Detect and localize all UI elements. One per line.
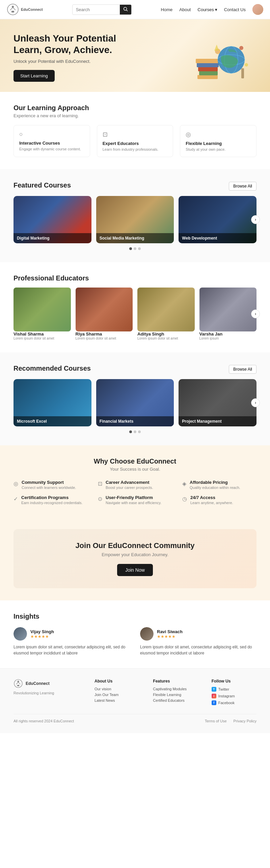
hero-content: Unleash Your PotentialLearn, Grow, Achie… [14, 33, 182, 92]
footer-privacy-link[interactable]: Privacy Policy [234, 719, 256, 723]
footer-logo: EduConnect [14, 679, 81, 688]
recommended-courses-section: Recommended Courses Browse All Microsoft… [0, 352, 270, 445]
insights-grid: Vijay Singh ★★★★★ Lorem ipsum dolor sit … [14, 627, 256, 656]
rec-carousel-dot-2[interactable] [134, 430, 136, 433]
footer-join-our-team[interactable]: Join Our Team [94, 693, 139, 697]
chevron-down-icon: ▾ [215, 7, 217, 12]
educator-card-aditya: Aditya Singh Lorem ipsum dolor sit amet [137, 288, 195, 340]
start-learning-button[interactable]: Start Learning [14, 70, 55, 82]
footer-features-col: Features Captivating Modules Flexible Le… [153, 679, 198, 707]
interactive-courses-title: Interactive Courses [19, 141, 84, 146]
affordable-pricing-title: Affordable Pricing [190, 480, 240, 485]
recommended-courses-next-button[interactable]: › [251, 398, 260, 407]
svg-point-15 [245, 63, 248, 67]
footer-tagline: Revolutionizing Learning [14, 691, 81, 695]
rec-carousel-dot-1[interactable] [129, 430, 132, 433]
footer-logo-name: EduConnect [26, 681, 50, 686]
educator-desc-varsha: Lorem ipsum [199, 337, 257, 340]
why-item-career: ⊡ Career Advancement Boost your career p… [98, 480, 172, 490]
course-card-excel[interactable]: Microsoft Excel [14, 379, 91, 426]
footer-certified-educators[interactable]: Certified Educators [153, 698, 198, 702]
navbar: EduConnect Home About Courses ▾ Contact … [0, 0, 270, 19]
course-card-financial-markets[interactable]: Financial Markets [96, 379, 174, 426]
why-choose-section: Why Choose EduConnect Your Success is ou… [0, 445, 270, 517]
search-input[interactable] [73, 5, 120, 14]
hero-subtitle: Unlock your Potential with EduConnect. [14, 59, 182, 64]
featured-courses-row: Digital Marketing Social Media Marketing… [14, 196, 256, 243]
svg-rect-5 [197, 75, 218, 79]
avatar[interactable] [252, 4, 263, 15]
footer-brand: EduConnect Revolutionizing Learning [14, 679, 81, 707]
educators-section: Professional Educators Vishal Sharma Lor… [0, 262, 270, 352]
community-support-title: Community Support [22, 480, 76, 485]
footer-about-title: About Us [94, 679, 139, 684]
why-choose-grid: ◎ Community Support Connect with learner… [14, 480, 256, 505]
carousel-dot-1[interactable] [129, 247, 132, 250]
community-support-icon: ◎ [14, 480, 18, 487]
career-advancement-title: Career Advancement [106, 480, 153, 485]
user-friendly-icon: ⊙ [98, 496, 102, 502]
approach-card-educators: ⊡ Expert Educators Learn from industry p… [97, 125, 173, 157]
approach-grid: ○ Interactive Courses Engage with dynami… [14, 125, 256, 157]
nav-links: Home About Courses ▾ Contact Us [161, 4, 263, 15]
insights-title: Insights [14, 613, 256, 620]
facebook-label: Facebook [218, 701, 235, 705]
svg-point-3 [124, 7, 127, 10]
svg-rect-6 [199, 71, 218, 75]
approach-card-flexible: ◎ Flexible Learning Study at your own pa… [180, 125, 256, 157]
insight-avatar-ravi [140, 627, 154, 641]
why-choose-subtitle: Your Success is our Goal. [14, 467, 256, 472]
footer-twitter-link[interactable]: T Twitter [212, 687, 256, 692]
featured-browse-all-button[interactable]: Browse All [229, 182, 256, 191]
course-title-financial-markets: Financial Markets [96, 416, 174, 426]
nav-contact[interactable]: Contact Us [224, 7, 246, 12]
footer-terms-link[interactable]: Terms of Use [205, 719, 227, 723]
carousel-dot-3[interactable] [138, 247, 141, 250]
educator-desc-vishal: Lorem ipsum dolor sit amet [14, 337, 71, 340]
why-item-certification: ✓ Certification Programs Earn industry-r… [14, 495, 88, 505]
footer-follow-title: Follow Us [212, 679, 256, 684]
facebook-icon: f [212, 700, 216, 705]
footer-flexible-learning[interactable]: Flexible Learning [153, 693, 198, 697]
nav-about[interactable]: About [179, 7, 191, 12]
logo: EduConnect [7, 3, 43, 16]
insight-stars-vijay: ★★★★★ [30, 634, 54, 639]
rec-carousel-dot-3[interactable] [138, 430, 141, 433]
search-button[interactable] [120, 5, 131, 15]
course-title-web-dev: Web Development [179, 233, 256, 243]
insight-card-ravi: Ravi Siwach ★★★★★ Lorem ipsum dolor sit … [140, 627, 256, 656]
svg-rect-8 [197, 63, 219, 67]
course-card-social-media[interactable]: Social Media Marketing [96, 196, 174, 243]
course-card-project-management[interactable]: Project Management [179, 379, 256, 426]
footer-instagram-link[interactable]: I Instagram [212, 694, 256, 698]
hero-illustration [182, 34, 256, 92]
join-now-button[interactable]: Join Now [117, 564, 153, 576]
featured-courses-next-button[interactable]: › [251, 215, 260, 224]
course-card-web-dev[interactable]: Web Development [179, 196, 256, 243]
svg-point-14 [239, 46, 243, 50]
footer-features-title: Features [153, 679, 198, 684]
twitter-label: Twitter [218, 687, 229, 691]
recommended-browse-all-button[interactable]: Browse All [229, 365, 256, 374]
nav-courses[interactable]: Courses ▾ [197, 7, 217, 12]
footer-follow-col: Follow Us T Twitter I Instagram f Facebo… [212, 679, 256, 707]
course-card-digital-marketing[interactable]: Digital Marketing [14, 196, 91, 243]
community-support-desc: Connect with learners worldwide. [22, 486, 76, 490]
educator-card-varsha: Varsha Jan Lorem ipsum [199, 288, 257, 340]
carousel-dot-2[interactable] [134, 247, 136, 250]
svg-rect-9 [196, 59, 219, 63]
footer-our-vision[interactable]: Our vision [94, 687, 139, 691]
svg-line-4 [126, 10, 128, 11]
why-item-community: ◎ Community Support Connect with learner… [14, 480, 88, 490]
footer-facebook-link[interactable]: f Facebook [212, 700, 256, 705]
footer-latest-news[interactable]: Latest News [94, 698, 139, 702]
nav-home[interactable]: Home [161, 7, 173, 12]
footer-captivating-modules[interactable]: Captivating Modules [153, 687, 198, 691]
insight-header-vijay: Vijay Singh ★★★★★ [14, 627, 130, 641]
insight-header-ravi: Ravi Siwach ★★★★★ [140, 627, 256, 641]
insight-text-vijay: Lorem ipsum dolor sit amet, consectetur … [14, 644, 130, 656]
educators-next-button[interactable]: › [251, 309, 260, 318]
footer-top: EduConnect Revolutionizing Learning Abou… [14, 679, 256, 707]
certification-icon: ✓ [14, 496, 18, 502]
cta-title: Join Our EduConnect Community [26, 541, 244, 550]
